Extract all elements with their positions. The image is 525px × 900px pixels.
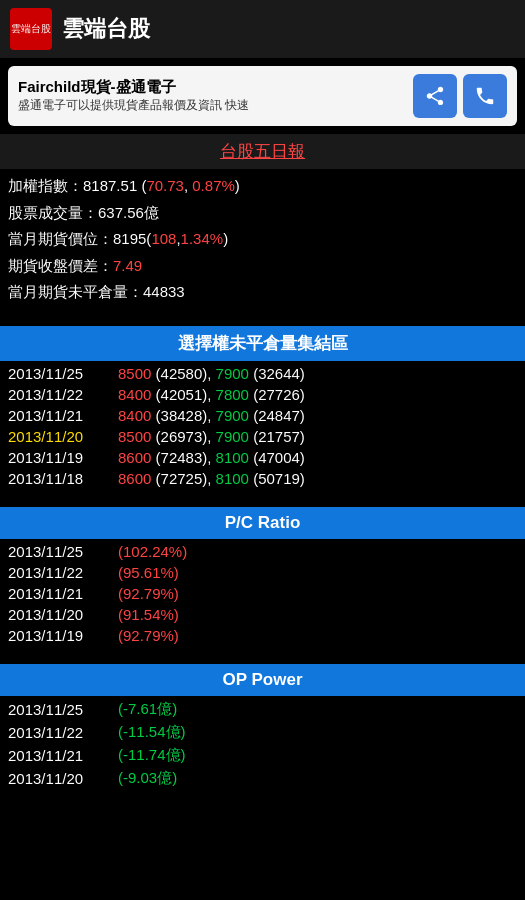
table-row: 2013/11/19 8600 (72483), 8100 (47004) bbox=[6, 447, 519, 468]
table-row: 2013/11/20 (91.54%) bbox=[6, 604, 519, 625]
share-icon bbox=[424, 85, 446, 107]
date-col: 2013/11/21 bbox=[8, 747, 118, 764]
futures-diff-value: 7.49 bbox=[113, 257, 142, 274]
op-power-value: (-11.74億) bbox=[118, 746, 186, 765]
futures-percent: 1.34% bbox=[181, 230, 224, 247]
table-row: 2013/11/20 (-9.03億) bbox=[6, 767, 519, 790]
ad-share-button[interactable] bbox=[413, 74, 457, 118]
index-change: 70.73 bbox=[146, 177, 184, 194]
table-row: 2013/11/25 8500 (42580), 7900 (32644) bbox=[6, 363, 519, 384]
date-col: 2013/11/18 bbox=[8, 470, 118, 487]
index-line: 加權指數：8187.51 (70.73, 0.87%) bbox=[8, 173, 517, 200]
table-row: 2013/11/20 8500 (26973), 7900 (21757) bbox=[6, 426, 519, 447]
ad-buttons bbox=[413, 74, 507, 118]
pc-ratio-value: (92.79%) bbox=[118, 627, 179, 644]
date-col: 2013/11/22 bbox=[8, 564, 118, 581]
date-col: 2013/11/19 bbox=[8, 627, 118, 644]
put-value: 8100 bbox=[216, 470, 249, 487]
ad-banner[interactable]: Fairchild現貨-盛通電子 盛通電子可以提供現貨產品報價及資訊 快速 bbox=[8, 66, 517, 126]
date-col: 2013/11/25 bbox=[8, 543, 118, 560]
put-value: 7900 bbox=[216, 428, 249, 445]
pc-ratio-table: 2013/11/25 (102.24%) 2013/11/22 (95.61%)… bbox=[0, 541, 525, 646]
ad-call-button[interactable] bbox=[463, 74, 507, 118]
date-col: 2013/11/22 bbox=[8, 386, 118, 403]
table-row: 2013/11/21 (92.79%) bbox=[6, 583, 519, 604]
op-power-value: (-11.54億) bbox=[118, 723, 186, 742]
futures-open-line: 當月期貨未平倉量：44833 bbox=[8, 279, 517, 306]
op-power-table: 2013/11/25 (-7.61億) 2013/11/22 (-11.54億)… bbox=[0, 698, 525, 790]
app-logo: 雲端 台股 bbox=[10, 8, 52, 50]
op-power-value: (-7.61億) bbox=[118, 700, 177, 719]
market-section-title: 台股五日報 bbox=[0, 134, 525, 169]
put-value: 7900 bbox=[216, 407, 249, 424]
table-row: 2013/11/25 (-7.61億) bbox=[6, 698, 519, 721]
futures-price-line: 當月期貨價位：8195(108,1.34%) bbox=[8, 226, 517, 253]
date-col: 2013/11/21 bbox=[8, 407, 118, 424]
table-row: 2013/11/25 (102.24%) bbox=[6, 541, 519, 562]
ad-text: Fairchild現貨-盛通電子 盛通電子可以提供現貨產品報價及資訊 快速 bbox=[18, 78, 413, 114]
date-col: 2013/11/20 bbox=[8, 770, 118, 787]
table-row: 2013/11/22 8400 (42051), 7800 (27726) bbox=[6, 384, 519, 405]
date-col: 2013/11/20 bbox=[8, 428, 118, 445]
phone-icon bbox=[474, 85, 496, 107]
app-title: 雲端台股 bbox=[62, 14, 150, 44]
call-value: 8600 bbox=[118, 470, 151, 487]
app-header: 雲端 台股 雲端台股 bbox=[0, 0, 525, 58]
pc-ratio-title: P/C Ratio bbox=[0, 507, 525, 539]
op-power-value: (-9.03億) bbox=[118, 769, 177, 788]
ad-subtitle: 盛通電子可以提供現貨產品報價及資訊 快速 bbox=[18, 97, 413, 114]
put-value: 7900 bbox=[216, 365, 249, 382]
call-value: 8500 bbox=[118, 428, 151, 445]
pc-ratio-value: (95.61%) bbox=[118, 564, 179, 581]
date-col: 2013/11/20 bbox=[8, 606, 118, 623]
date-col: 2013/11/25 bbox=[8, 701, 118, 718]
date-col: 2013/11/22 bbox=[8, 724, 118, 741]
date-col: 2013/11/19 bbox=[8, 449, 118, 466]
futures-change: 108 bbox=[151, 230, 176, 247]
table-row: 2013/11/22 (95.61%) bbox=[6, 562, 519, 583]
market-info: 加權指數：8187.51 (70.73, 0.87%) 股票成交量：637.56… bbox=[0, 171, 525, 308]
open-interest-title: 選擇權未平倉量集結區 bbox=[0, 326, 525, 361]
call-value: 8400 bbox=[118, 407, 151, 424]
index-percent: 0.87% bbox=[192, 177, 235, 194]
op-power-title: OP Power bbox=[0, 664, 525, 696]
table-row: 2013/11/18 8600 (72725), 8100 (50719) bbox=[6, 468, 519, 489]
futures-diff-line: 期貨收盤價差：7.49 bbox=[8, 253, 517, 280]
call-value: 8500 bbox=[118, 365, 151, 382]
pc-ratio-value: (91.54%) bbox=[118, 606, 179, 623]
open-interest-table: 2013/11/25 8500 (42580), 7900 (32644) 20… bbox=[0, 363, 525, 489]
table-row: 2013/11/22 (-11.54億) bbox=[6, 721, 519, 744]
table-row: 2013/11/21 8400 (38428), 7900 (24847) bbox=[6, 405, 519, 426]
table-row: 2013/11/21 (-11.74億) bbox=[6, 744, 519, 767]
put-value: 8100 bbox=[216, 449, 249, 466]
date-col: 2013/11/21 bbox=[8, 585, 118, 602]
call-value: 8400 bbox=[118, 386, 151, 403]
date-col: 2013/11/25 bbox=[8, 365, 118, 382]
call-value: 8600 bbox=[118, 449, 151, 466]
put-value: 7800 bbox=[216, 386, 249, 403]
ad-title: Fairchild現貨-盛通電子 bbox=[18, 78, 413, 97]
volume-line: 股票成交量：637.56億 bbox=[8, 200, 517, 227]
pc-ratio-value: (92.79%) bbox=[118, 585, 179, 602]
table-row: 2013/11/19 (92.79%) bbox=[6, 625, 519, 646]
pc-ratio-value: (102.24%) bbox=[118, 543, 187, 560]
